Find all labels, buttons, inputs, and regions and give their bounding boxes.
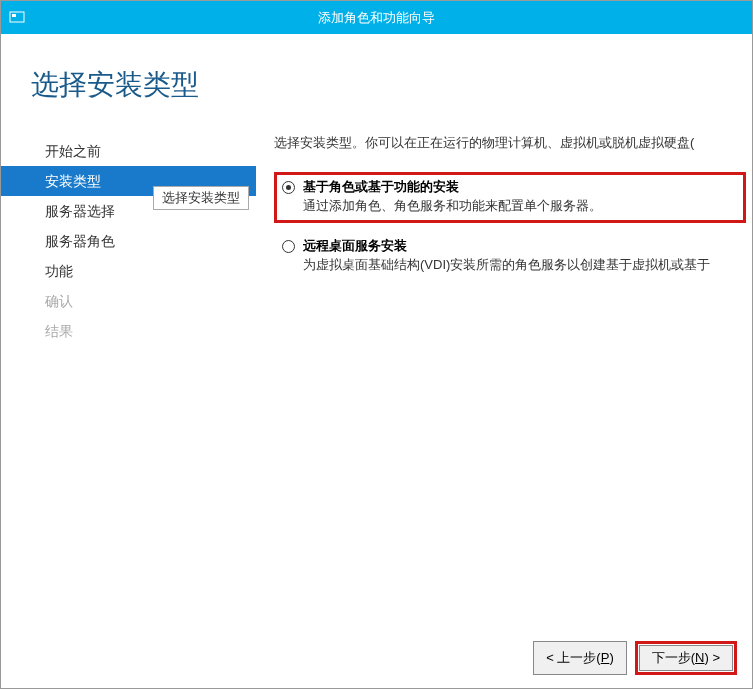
option-role-based-title: 基于角色或基于功能的安装	[303, 178, 459, 196]
window-title: 添加角色和功能向导	[33, 9, 744, 27]
sidebar-item-features[interactable]: 功能	[1, 256, 256, 286]
sidebar-item-results: 结果	[1, 316, 256, 346]
prev-button[interactable]: < 上一步(P)	[533, 641, 627, 675]
next-button-highlight: 下一步(N) >	[635, 641, 737, 675]
option-remote-desktop[interactable]: 远程桌面服务安装 为虚拟桌面基础结构(VDI)安装所需的角色服务以创建基于虚拟机…	[274, 231, 746, 280]
main-panel: 选择安装类型。你可以在正在运行的物理计算机、虚拟机或脱机虚拟硬盘( 基于角色或基…	[256, 128, 752, 640]
wizard-sidebar: 开始之前 安装类型 服务器选择 服务器角色 功能 确认 结果 选择安装类型	[1, 128, 256, 640]
sidebar-tooltip: 选择安装类型	[153, 186, 249, 210]
option-remote-desktop-title: 远程桌面服务安装	[303, 237, 407, 255]
radio-role-based[interactable]	[282, 181, 295, 194]
next-button[interactable]: 下一步(N) >	[639, 645, 733, 671]
sidebar-item-confirm: 确认	[1, 286, 256, 316]
wizard-footer: < 上一步(P) 下一步(N) >	[533, 641, 737, 675]
page-title: 选择安装类型	[1, 34, 752, 128]
install-type-prompt: 选择安装类型。你可以在正在运行的物理计算机、虚拟机或脱机虚拟硬盘(	[274, 134, 752, 152]
sidebar-item-before-begin[interactable]: 开始之前	[1, 136, 256, 166]
option-role-based-desc: 通过添加角色、角色服务和功能来配置单个服务器。	[303, 197, 738, 215]
titlebar: 添加角色和功能向导	[1, 1, 752, 34]
option-role-based[interactable]: 基于角色或基于功能的安装 通过添加角色、角色服务和功能来配置单个服务器。	[274, 172, 746, 223]
sidebar-item-server-role[interactable]: 服务器角色	[1, 226, 256, 256]
svg-rect-1	[12, 14, 16, 17]
content-area: 开始之前 安装类型 服务器选择 服务器角色 功能 确认 结果 选择安装类型 选择…	[1, 128, 752, 640]
app-icon	[9, 10, 25, 26]
option-remote-desktop-desc: 为虚拟桌面基础结构(VDI)安装所需的角色服务以创建基于虚拟机或基于	[303, 256, 738, 274]
radio-remote-desktop[interactable]	[282, 240, 295, 253]
